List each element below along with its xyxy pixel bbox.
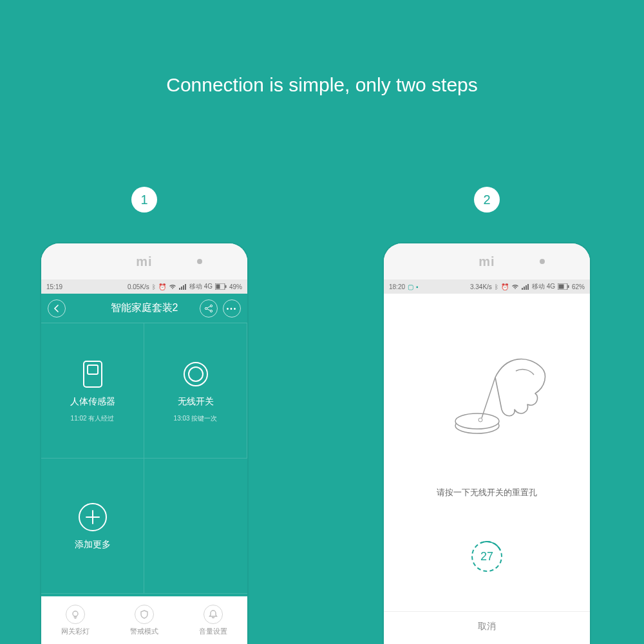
bottom-item-volume[interactable]: 音量设置 — [178, 596, 247, 644]
more-button[interactable]: ••• — [223, 299, 241, 317]
status-time: 18:20 — [389, 283, 405, 290]
bluetooth-icon: ᛒ — [152, 283, 156, 290]
countdown-timer: 27 — [471, 541, 502, 572]
status-network: 移动 4G — [532, 282, 555, 291]
bluetooth-icon: ᛒ — [495, 283, 498, 290]
phone-crown: mi — [384, 243, 590, 279]
back-button[interactable] — [48, 299, 66, 317]
tile-motion-sensor[interactable]: 人体传感器 11:02 有人经过 — [41, 323, 144, 459]
switch-icon — [180, 359, 211, 390]
cancel-button[interactable]: 取消 — [384, 611, 590, 632]
alarm-icon: ⏰ — [501, 283, 509, 290]
status-time: 15:19 — [46, 283, 62, 290]
bottom-label: 音量设置 — [199, 627, 227, 636]
mi-logo: mi — [136, 254, 152, 269]
svg-point-7 — [210, 305, 212, 307]
tile-sub: 13:03 按键一次 — [174, 414, 218, 423]
svg-rect-0 — [179, 288, 180, 290]
svg-point-24 — [455, 413, 499, 429]
svg-rect-18 — [526, 285, 527, 290]
phone-step-2: mi 18:20 ▢ ▪ 3.34K/s ᛒ ⏰ 移动 4G 62% — [384, 243, 590, 644]
bell-icon — [204, 605, 223, 624]
status-speed: 3.34K/s — [470, 283, 492, 290]
svg-point-8 — [205, 307, 207, 309]
svg-rect-5 — [216, 285, 220, 289]
svg-rect-6 — [225, 285, 226, 288]
instruction-text: 请按一下无线开关的重置孔 — [384, 487, 590, 498]
svg-rect-17 — [524, 287, 525, 290]
status-bar: 15:19 0.05K/s ᛒ ⏰ 移动 4G 49% — [41, 279, 247, 294]
svg-point-12 — [184, 363, 207, 386]
bottom-bar: 网关彩灯 警戒模式 音量设置 — [41, 596, 247, 644]
app-pairing: 请按一下无线开关的重置孔 27 取消 — [384, 294, 590, 644]
alarm-icon: ⏰ — [158, 283, 166, 290]
step-badge-1: 1 — [131, 187, 157, 213]
tile-empty — [144, 459, 247, 594]
svg-rect-19 — [527, 284, 529, 290]
hand-press-illustration — [384, 332, 590, 442]
tile-label: 添加更多 — [75, 539, 111, 551]
bulb-icon — [66, 605, 85, 624]
wifi-icon — [169, 283, 176, 290]
svg-rect-3 — [185, 284, 186, 290]
signal-icon — [179, 283, 187, 290]
step-badge-2: 2 — [474, 187, 500, 213]
bottom-label: 警戒模式 — [130, 627, 158, 636]
share-button[interactable] — [200, 299, 218, 317]
status-bar: 18:20 ▢ ▪ 3.34K/s ᛒ ⏰ 移动 4G 62% — [384, 279, 590, 294]
svg-rect-1 — [181, 287, 182, 290]
svg-rect-11 — [88, 365, 98, 374]
sensor-icon — [77, 359, 108, 390]
tile-wireless-switch[interactable]: 无线开关 13:03 按键一次 — [144, 323, 247, 459]
app-smart-home: 智能家庭套装2 ••• 人体传感器 11:02 有人经过 无线开关 13:03 … — [41, 294, 247, 644]
app-dot-icon: ▪ — [416, 283, 419, 290]
bottom-item-alert[interactable]: 警戒模式 — [110, 596, 179, 644]
svg-rect-22 — [567, 285, 569, 288]
bottom-item-light[interactable]: 网关彩灯 — [41, 596, 110, 644]
svg-point-13 — [189, 367, 203, 381]
signal-icon — [522, 283, 529, 290]
status-battery: 49% — [229, 283, 242, 290]
tile-label: 人体传感器 — [70, 396, 115, 408]
svg-point-15 — [73, 611, 78, 616]
svg-rect-2 — [183, 285, 184, 290]
svg-rect-16 — [522, 288, 523, 290]
phone-step-1: mi 15:19 0.05K/s ᛒ ⏰ 移动 4G 49% — [41, 243, 247, 644]
svg-point-9 — [210, 310, 212, 312]
app-header: 智能家庭套装2 ••• — [41, 294, 247, 323]
status-network: 移动 4G — [189, 282, 213, 291]
status-battery: 62% — [572, 283, 585, 290]
tile-sub: 11:02 有人经过 — [71, 414, 115, 423]
mi-logo: mi — [478, 254, 495, 269]
svg-rect-21 — [558, 285, 564, 289]
wifi-icon — [511, 283, 519, 290]
cast-icon: ▢ — [408, 283, 413, 290]
shield-icon — [135, 605, 154, 624]
plus-icon — [77, 502, 108, 533]
status-speed: 0.05K/s — [128, 283, 149, 290]
battery-icon — [558, 283, 569, 290]
headline: Connection is simple, only two steps — [0, 74, 644, 96]
page-title: 智能家庭套装2 — [111, 301, 178, 315]
tile-label: 无线开关 — [178, 396, 214, 408]
tile-add-more[interactable]: 添加更多 — [41, 459, 144, 594]
bottom-label: 网关彩灯 — [61, 627, 90, 636]
phone-crown: mi — [41, 243, 247, 279]
battery-icon — [215, 283, 227, 290]
